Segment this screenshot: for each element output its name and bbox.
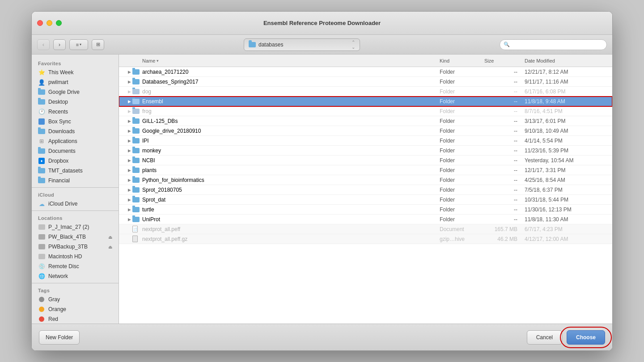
file-date: 4/1/14, 5:54 PM — [525, 138, 605, 144]
file-date: 11/8/18, 9:48 AM — [525, 98, 605, 105]
sidebar-item-icloud-drive[interactable]: ☁ iCloud Drive — [32, 199, 119, 209]
column-name[interactable]: Name ▾ — [142, 58, 440, 63]
forward-button[interactable]: › — [53, 39, 66, 50]
table-row[interactable]: ▶ UniProt Folder -- 11/8/18, 11:30 AM — [119, 215, 612, 224]
maximize-button[interactable] — [56, 20, 62, 26]
sidebar-item-pwilmart[interactable]: 👤 pwilmart — [32, 77, 119, 87]
folder-icon — [132, 196, 140, 203]
sidebar-item-label: TMT_datasets — [48, 168, 83, 174]
tag-gray-icon — [38, 296, 45, 303]
path-selector[interactable]: databases ⌃⌄ — [244, 38, 360, 51]
expand-icon[interactable]: ▶ — [126, 138, 132, 144]
sort-arrow-icon: ▾ — [157, 59, 159, 63]
column-date[interactable]: Date Modified — [525, 58, 605, 63]
file-kind: gzip…hive — [440, 236, 484, 242]
expand-icon[interactable]: ▶ — [126, 98, 132, 105]
table-row[interactable]: ▶ GILL-125_DBs Folder -- 3/13/17, 6:01 P… — [119, 116, 612, 126]
close-button[interactable] — [37, 20, 43, 26]
sidebar-item-network[interactable]: 🌐 Network — [32, 271, 119, 281]
box-icon — [38, 118, 45, 125]
expand-icon[interactable]: ▶ — [126, 216, 132, 223]
column-kind[interactable]: Kind — [440, 58, 484, 63]
expand-icon[interactable]: ▶ — [126, 147, 132, 154]
folder-icon — [38, 98, 45, 105]
sidebar-item-pw-black[interactable]: PW_Black_4TB ⏏ — [32, 232, 119, 242]
file-name: NCBI — [142, 157, 440, 164]
sidebar-item-google-drive[interactable]: Google Drive — [32, 87, 119, 97]
file-list: ▶ archaea_20171220 Folder -- 12/21/17, 8… — [119, 67, 612, 324]
eject-icon[interactable]: ⏏ — [108, 244, 112, 249]
sidebar-item-tag-red[interactable]: Red — [32, 314, 119, 324]
new-folder-button[interactable]: New Folder — [39, 330, 80, 345]
table-row[interactable]: ▶ Ensembl Folder -- 11/8/18, 9:48 AM — [119, 97, 612, 106]
sidebar-item-pw-backup[interactable]: PWBackup_3TB ⏏ — [32, 242, 119, 252]
favorites-section-title: Favorites — [32, 58, 119, 67]
sidebar-item-applications[interactable]: ⊞ Applications — [32, 136, 119, 146]
minimize-button[interactable] — [47, 20, 52, 26]
expand-icon[interactable]: ▶ — [126, 167, 132, 173]
sidebar-item-label: Orange — [48, 306, 66, 312]
sidebar-item-recents[interactable]: 🕐 Recents — [32, 107, 119, 117]
sidebar-item-label: Applications — [48, 138, 77, 144]
file-date: 3/13/17, 6:01 PM — [525, 118, 605, 124]
sidebar-item-pj-imac[interactable]: P_J_Imac_27 (2) — [32, 222, 119, 232]
expand-icon[interactable]: ▶ — [126, 187, 132, 193]
sidebar-item-tag-orange[interactable]: Orange — [32, 304, 119, 314]
table-row[interactable]: ▶ turtle Folder -- 11/30/16, 12:13 PM — [119, 205, 612, 215]
expand-icon[interactable]: ▶ — [126, 197, 132, 203]
table-row[interactable]: ▶ nextprot_all.peff.gz gzip…hive 46.2 MB… — [119, 234, 612, 244]
expand-icon[interactable]: ▶ — [126, 118, 132, 124]
table-row[interactable]: ▶ archaea_20171220 Folder -- 12/21/17, 8… — [119, 67, 612, 77]
search-box[interactable]: 🔍 — [500, 39, 607, 50]
table-row[interactable]: ▶ 📄 nextprot_all.peff Document 165.7 MB … — [119, 224, 612, 234]
view-button[interactable]: ≡ ▾ — [69, 39, 88, 50]
column-size[interactable]: Size — [484, 58, 525, 63]
expand-icon[interactable]: ▶ — [126, 177, 132, 183]
expand-icon[interactable]: ▶ — [126, 128, 132, 134]
sidebar-item-remote-disc[interactable]: 💿 Remote Disc — [32, 261, 119, 271]
cancel-button[interactable]: Cancel — [527, 330, 562, 345]
table-row[interactable]: ▶ frog Folder -- 8/7/16, 4:51 PM — [119, 106, 612, 116]
table-row[interactable]: ▶ IPI Folder -- 4/1/14, 5:54 PM — [119, 136, 612, 146]
table-row[interactable]: ▶ Sprot_dat Folder -- 10/31/18, 5:44 PM — [119, 195, 612, 205]
expand-icon[interactable]: ▶ — [126, 69, 132, 75]
sidebar-item-this-week[interactable]: ⭐ This Week — [32, 67, 119, 77]
sidebar-item-box-sync[interactable]: Box Sync — [32, 117, 119, 126]
expand-icon[interactable]: ▶ — [126, 88, 132, 95]
choose-button[interactable]: Choose — [567, 330, 605, 345]
table-row[interactable]: ▶ Google_drive_20180910 Folder -- 9/10/1… — [119, 126, 612, 136]
sidebar-item-financial[interactable]: Financial — [32, 176, 119, 185]
sidebar-item-documents[interactable]: Documents — [32, 146, 119, 156]
back-button[interactable]: ‹ — [37, 39, 50, 50]
arrange-button[interactable]: ⊞ — [92, 39, 104, 50]
file-kind: Document — [440, 226, 484, 232]
sidebar-item-downloads[interactable]: Downloads — [32, 126, 119, 136]
expand-icon[interactable]: ▶ — [126, 108, 132, 114]
sidebar-item-tmt-datasets[interactable]: TMT_datasets — [32, 166, 119, 176]
folder-icon — [132, 177, 140, 184]
table-row[interactable]: ▶ Databases_Spring2017 Folder -- 9/11/17… — [119, 77, 612, 87]
sidebar-item-tag-gray[interactable]: Gray — [32, 295, 119, 304]
tag-orange-icon — [38, 306, 45, 313]
cancel-label: Cancel — [536, 334, 553, 341]
tags-section-title: Tags — [32, 285, 119, 295]
file-kind: Folder — [440, 167, 484, 173]
expand-icon[interactable]: ▶ — [126, 157, 132, 164]
expand-icon[interactable]: ▶ — [126, 206, 132, 213]
file-date: 9/10/18, 10:49 AM — [525, 128, 605, 134]
sidebar-item-macintosh-hd[interactable]: Macintosh HD — [32, 252, 119, 261]
table-row[interactable]: ▶ plants Folder -- 12/1/17, 3:31 PM — [119, 165, 612, 175]
table-row[interactable]: ▶ Python_for_bioinformatics Folder -- 4/… — [119, 175, 612, 185]
table-row[interactable]: ▶ NCBI Folder -- Yesterday, 10:54 AM — [119, 156, 612, 165]
table-row[interactable]: ▶ dog Folder -- 6/17/16, 6:08 PM — [119, 87, 612, 97]
eject-icon[interactable]: ⏏ — [108, 235, 112, 240]
sidebar-item-desktop[interactable]: Desktop — [32, 97, 119, 107]
file-date: 12/1/17, 3:31 PM — [525, 167, 605, 173]
expand-icon[interactable]: ▶ — [126, 79, 132, 85]
folder-icon — [132, 78, 140, 85]
archive-icon — [132, 236, 140, 243]
sidebar-item-dropbox[interactable]: ♦ Dropbox — [32, 156, 119, 166]
file-name: UniProt — [142, 216, 440, 223]
table-row[interactable]: ▶ monkey Folder -- 11/23/16, 5:39 PM — [119, 146, 612, 156]
table-row[interactable]: ▶ Sprot_20180705 Folder -- 7/5/18, 6:37 … — [119, 185, 612, 195]
